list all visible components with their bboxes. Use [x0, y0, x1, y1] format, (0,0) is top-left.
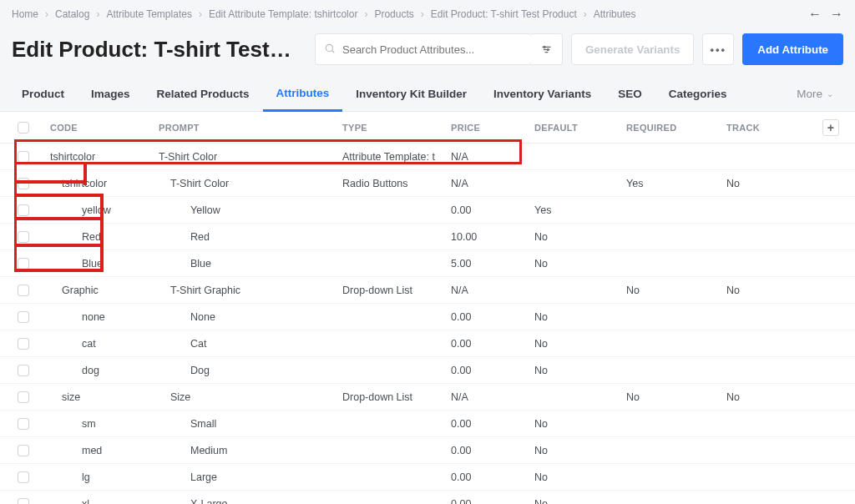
- row-checkbox[interactable]: [18, 418, 29, 430]
- table-row[interactable]: sizeSizeDrop-down ListN/ANoNo: [0, 384, 855, 411]
- generate-variants-button: Generate Variants: [571, 33, 694, 65]
- row-checkbox[interactable]: [18, 204, 29, 216]
- cell-default: No: [531, 258, 623, 270]
- col-track[interactable]: TRACK: [723, 123, 807, 133]
- tab-categories[interactable]: Categories: [655, 78, 741, 110]
- tab-attributes[interactable]: Attributes: [263, 77, 343, 112]
- row-checkbox[interactable]: [18, 178, 29, 189]
- page-title: Edit Product: T-shirt Test Product: [12, 37, 296, 63]
- row-checkbox[interactable]: [18, 445, 29, 456]
- row-checkbox[interactable]: [18, 151, 29, 163]
- cell-price: 0.00: [448, 498, 531, 505]
- table-row[interactable]: smSmall0.00No: [0, 411, 855, 437]
- row-checkbox[interactable]: [18, 471, 29, 483]
- col-prompt[interactable]: PROMPT: [155, 123, 339, 133]
- add-attribute-button[interactable]: Add Attribute: [742, 33, 843, 65]
- col-type[interactable]: TYPE: [339, 123, 448, 133]
- table-row[interactable]: catCat0.00No: [0, 330, 855, 357]
- cell-code: med: [47, 445, 155, 456]
- cell-prompt: Red: [155, 231, 339, 243]
- table-row[interactable]: tshirtcolorT-Shirt ColorAttribute Templa…: [0, 144, 855, 170]
- nav-forward-icon[interactable]: →: [830, 7, 843, 22]
- row-checkbox[interactable]: [18, 258, 29, 270]
- attributes-table: CODE PROMPT TYPE PRICE DEFAULT REQUIRED …: [0, 112, 855, 504]
- cell-required: No: [623, 285, 723, 296]
- table-row[interactable]: tshirtcolorT-Shirt ColorRadio ButtonsN/A…: [0, 170, 855, 197]
- tab-seo[interactable]: SEO: [605, 78, 655, 110]
- cell-code: tshirtcolor: [47, 178, 155, 189]
- col-required[interactable]: REQUIRED: [623, 123, 723, 133]
- crumb-product[interactable]: Edit Product: T-shirt Test Product: [431, 8, 577, 20]
- search-icon: [324, 43, 336, 57]
- tab-product[interactable]: Product: [8, 78, 78, 110]
- cell-prompt: Small: [155, 418, 339, 430]
- tab-images[interactable]: Images: [78, 78, 144, 110]
- cell-prompt: T-Shirt Color: [155, 151, 339, 163]
- filter-button[interactable]: [531, 33, 563, 65]
- cell-required: Yes: [623, 178, 723, 189]
- cell-type: Drop-down List: [339, 285, 448, 296]
- row-checkbox[interactable]: [18, 498, 29, 505]
- crumb-catalog[interactable]: Catalog: [55, 8, 89, 20]
- crumb-template[interactable]: Edit Attribute Template: tshirtcolor: [209, 8, 358, 20]
- select-all-checkbox[interactable]: [18, 122, 29, 134]
- table-row[interactable]: noneNone0.00No: [0, 304, 855, 330]
- cell-prompt: Dog: [155, 365, 339, 376]
- cell-default: No: [531, 338, 623, 350]
- crumb-templates[interactable]: Attribute Templates: [106, 8, 192, 20]
- cell-price: 10.00: [448, 231, 531, 243]
- row-checkbox[interactable]: [18, 338, 29, 350]
- table-row[interactable]: RedRed10.00No: [0, 224, 855, 250]
- search-input[interactable]: [342, 43, 523, 56]
- cell-code: none: [47, 311, 155, 323]
- ellipsis-icon: •••: [711, 43, 727, 56]
- cell-default: No: [531, 498, 623, 505]
- cell-prompt: X-Large: [155, 498, 339, 505]
- col-price[interactable]: PRICE: [448, 123, 531, 133]
- cell-prompt: Medium: [155, 445, 339, 456]
- table-row[interactable]: dogDog0.00No: [0, 357, 855, 384]
- cell-price: N/A: [448, 285, 531, 296]
- cell-prompt: Blue: [155, 258, 339, 270]
- cell-type: Attribute Template: t: [339, 151, 448, 163]
- cell-code: yellow: [47, 204, 155, 216]
- cell-price: N/A: [448, 178, 531, 189]
- cell-price: 0.00: [448, 445, 531, 456]
- cell-price: N/A: [448, 391, 531, 403]
- cell-prompt: Size: [155, 391, 339, 403]
- cell-price: N/A: [448, 151, 531, 163]
- cell-default: No: [531, 365, 623, 376]
- tab-more[interactable]: More⌄: [783, 78, 847, 110]
- table-row[interactable]: yellowYellow0.00Yes: [0, 197, 855, 224]
- tab-variants[interactable]: Inventory Variants: [480, 78, 605, 110]
- row-checkbox[interactable]: [18, 365, 29, 376]
- more-actions-button[interactable]: •••: [702, 33, 734, 65]
- add-column-button[interactable]: +: [822, 119, 839, 136]
- tab-related[interactable]: Related Products: [144, 78, 263, 110]
- cell-code: Graphic: [47, 285, 155, 296]
- crumb-home[interactable]: Home: [12, 8, 38, 20]
- tab-kit[interactable]: Inventory Kit Builder: [342, 78, 480, 110]
- crumb-products[interactable]: Products: [374, 8, 413, 20]
- svg-line-1: [332, 50, 335, 53]
- svg-point-5: [544, 46, 545, 48]
- cell-track: No: [723, 178, 807, 189]
- cell-price: 0.00: [448, 204, 531, 216]
- row-checkbox[interactable]: [18, 231, 29, 243]
- table-row[interactable]: BlueBlue5.00No: [0, 250, 855, 277]
- table-row[interactable]: lgLarge0.00No: [0, 464, 855, 491]
- table-row[interactable]: medMedium0.00No: [0, 437, 855, 464]
- row-checkbox[interactable]: [18, 285, 29, 296]
- search-box[interactable]: [315, 33, 532, 65]
- row-checkbox[interactable]: [18, 311, 29, 323]
- col-default[interactable]: DEFAULT: [531, 123, 623, 133]
- svg-point-6: [547, 48, 549, 50]
- table-row[interactable]: GraphicT-Shirt GraphicDrop-down ListN/AN…: [0, 277, 855, 304]
- nav-back-icon[interactable]: ←: [808, 7, 822, 22]
- crumb-attributes[interactable]: Attributes: [594, 8, 636, 20]
- tabs: Product Images Related Products Attribut…: [0, 77, 855, 112]
- col-code[interactable]: CODE: [47, 123, 155, 133]
- table-row[interactable]: xlX-Large0.00No: [0, 491, 855, 504]
- row-checkbox[interactable]: [18, 391, 29, 403]
- table-header: CODE PROMPT TYPE PRICE DEFAULT REQUIRED …: [0, 112, 855, 144]
